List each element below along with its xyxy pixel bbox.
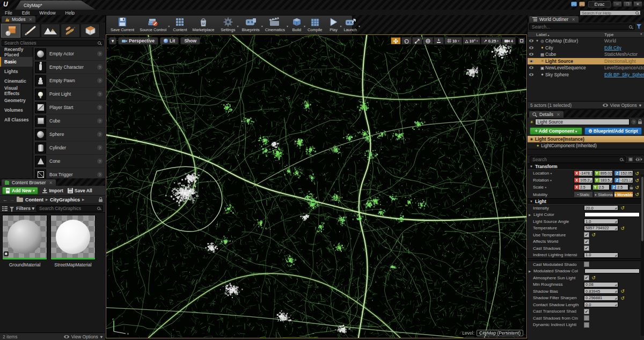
menu-help[interactable]: Help (61, 10, 79, 16)
reset-icon[interactable]: ↺ (634, 171, 640, 176)
cinematics-button[interactable]: Cinematics ▾ (262, 16, 288, 33)
location-label[interactable]: Location ▾ (533, 171, 573, 176)
shadow-filter-sharpen-field[interactable]: 0.256881◢ (584, 295, 618, 301)
breadcrumb-citygraphics[interactable]: CityGraphics (50, 197, 80, 202)
maximize-viewport-button[interactable] (518, 38, 525, 44)
minimize-button[interactable]: ─ (613, 1, 622, 7)
atmosphere-sun-light-checkbox[interactable]: ✔ (584, 275, 589, 280)
blueprints-button[interactable]: Blueprints ▾ (239, 16, 262, 33)
add-component-button[interactable]: + Add Component ▾ (530, 127, 582, 135)
translate-tool-button[interactable] (391, 37, 401, 45)
scale-snap-button[interactable]: ↗0.25▾ (481, 37, 501, 45)
details-scrollbar[interactable] (641, 175, 644, 336)
mobility-movable-button[interactable]: ✚Movable (614, 191, 633, 198)
save-current-button[interactable]: Save Current (108, 16, 137, 33)
transform-section-header[interactable]: ▼Transform (528, 163, 644, 170)
close-icon[interactable]: ✕ (49, 180, 53, 185)
rotation-snap-button[interactable]: △10°▾ (463, 37, 481, 45)
perspective-button[interactable]: Perspective (118, 37, 158, 45)
indirect-lighting-intensity-field[interactable]: 1.0◢ (584, 252, 618, 258)
search-classes-input[interactable]: Search Classes (2, 40, 104, 46)
visibility-eye-icon[interactable] (529, 73, 533, 76)
view-options-button[interactable]: View Options ▾ (64, 334, 103, 339)
category-geometry[interactable]: Geometry (0, 96, 33, 105)
sources-toggle-icon[interactable] (2, 206, 8, 211)
rotation-z-field[interactable]: Z-121.25◢ (614, 177, 633, 183)
place-cylinder[interactable]: Cylinder? (33, 141, 105, 155)
restore-button[interactable]: ❐ (623, 1, 632, 7)
expander-icon[interactable]: ▶ (529, 270, 532, 273)
cast-modulated-shadows-checkbox[interactable]: ✔ (584, 262, 589, 267)
mode-geometry[interactable] (80, 24, 100, 38)
content-button[interactable]: Content (170, 16, 189, 33)
level-tab[interactable]: CityMap* (15, 1, 96, 10)
help-icon[interactable]: ? (97, 91, 103, 97)
reset-icon[interactable]: ↺ (591, 232, 596, 237)
expander-icon[interactable]: ▶ (529, 213, 532, 216)
help-icon[interactable]: ? (97, 78, 103, 83)
place-empty-character[interactable]: Empty Character? (33, 61, 105, 74)
location-x-field[interactable]: X-1478.10 (574, 170, 593, 176)
close-icon[interactable]: ✕ (29, 17, 33, 22)
use-temperature-checkbox[interactable]: ✔ (584, 232, 589, 237)
scale-lock-icon[interactable] (630, 187, 633, 189)
chevron-down-icon[interactable]: ▾ (168, 24, 170, 28)
reset-icon[interactable]: ↺ (634, 185, 640, 190)
viewport-canvas[interactable] (106, 35, 526, 338)
details-search-input[interactable]: Search (530, 156, 626, 163)
reset-icon[interactable]: ↺ (634, 178, 640, 183)
filters-button[interactable]: Filters ▾ (16, 206, 34, 211)
blueprint-add-script-button[interactable]: ⚙ Blueprint/Add Script (584, 127, 642, 135)
min-roughness-field[interactable]: 0.08◢ (584, 282, 618, 287)
close-icon[interactable]: ✕ (572, 17, 575, 22)
outliner-search-input[interactable]: Search... (529, 24, 635, 30)
reset-icon[interactable]: ↺ (620, 205, 625, 211)
place-cone[interactable]: Cone? (33, 155, 105, 168)
menu-edit[interactable]: Edit (17, 10, 35, 16)
intensity-field[interactable]: 20.0◢ (584, 205, 618, 211)
category-volumes[interactable]: Volumes (0, 105, 33, 115)
add-new-button[interactable]: Add New▾ (2, 187, 38, 194)
cast-shadows-from-cinematic-checkbox[interactable]: ✔ (584, 315, 589, 321)
mode-foliage[interactable] (61, 24, 80, 38)
category-visual-effects[interactable]: Visual Effects (0, 86, 33, 96)
outliner-row-citymap[interactable]: ▼ ◎ CityMap (Editor) World (528, 38, 644, 45)
help-icon[interactable]: ? (97, 51, 103, 56)
search-assets-input[interactable]: Search CityGraphics (36, 205, 103, 212)
breadcrumb-content[interactable]: Content (25, 197, 43, 202)
visibility-eye-icon[interactable] (529, 40, 533, 42)
light-section-header[interactable]: ▼Light (528, 198, 644, 205)
help-icon[interactable]: ? (97, 172, 103, 177)
save-all-button[interactable]: Save All (68, 188, 92, 193)
forward-icon[interactable]: → (10, 197, 14, 202)
actor-name-field[interactable]: Light Source (535, 119, 630, 125)
chevron-down-icon[interactable]: ▾ (287, 24, 288, 28)
place-cube[interactable]: Cube? (33, 114, 105, 128)
place-sphere[interactable]: Sphere? (33, 128, 105, 141)
help-icon[interactable]: ? (631, 119, 636, 125)
help-icon[interactable]: ? (97, 132, 103, 137)
mode-landscape[interactable] (41, 24, 60, 38)
source-control-button[interactable]: Source Control ▾ (137, 16, 169, 33)
world-outliner-tab[interactable]: World Outliner✕ (529, 16, 579, 23)
close-icon[interactable]: ✕ (557, 112, 560, 117)
play-button[interactable]: Play ▾ (326, 16, 341, 33)
modes-tab[interactable]: Modes✕ (1, 16, 36, 23)
edit-city-link[interactable]: Edit City (604, 45, 644, 50)
visibility-eye-icon[interactable] (529, 67, 533, 69)
scale-y-field[interactable]: Y2.5 (592, 184, 610, 190)
compile-button[interactable]: Compile (305, 16, 325, 33)
modulated-shadow-color-swatch[interactable] (584, 269, 640, 273)
visibility-eye-icon[interactable] (529, 46, 533, 49)
current-level-button[interactable]: CityMap (Persistent) (477, 330, 523, 336)
show-button[interactable]: Show (180, 37, 200, 45)
help-icon[interactable]: ? (97, 118, 103, 124)
world-coordinate-button[interactable] (423, 37, 433, 45)
scale-z-field[interactable]: Z2.5 (611, 184, 628, 190)
scale-tool-button[interactable] (412, 37, 422, 45)
category-all-classes[interactable]: All Classes (0, 115, 33, 125)
mobility-static-button[interactable]: ▪Static (574, 191, 593, 198)
grid-snap-button[interactable]: 10▾ (444, 37, 462, 45)
back-icon[interactable]: ← (3, 197, 8, 202)
menu-window[interactable]: Window (34, 10, 60, 16)
